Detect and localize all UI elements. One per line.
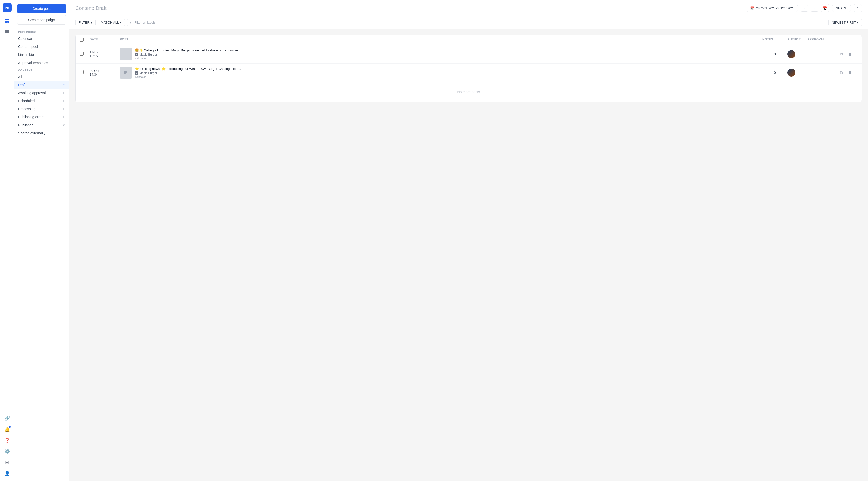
delete-button-2[interactable]: 🗑	[847, 69, 854, 76]
tag-icon: 🏷	[130, 21, 133, 24]
post-date-1: 1 Nov 16:15	[90, 51, 120, 58]
notes-column-header: NOTES	[762, 38, 787, 42]
sidebar-item-shared-externally[interactable]: Shared externally	[14, 129, 69, 137]
match-all-button[interactable]: MATCH ALL ▾	[98, 19, 125, 26]
settings-icon[interactable]: ⚙️	[2, 447, 11, 456]
svg-rect-8	[124, 53, 127, 54]
page-title: Content: Draft	[75, 5, 107, 11]
table-header: DATE POST NOTES AUTHOR APPROVAL	[75, 35, 862, 45]
filter-button[interactable]: FILTER ▾	[75, 19, 96, 26]
row-actions-1: ⧉ 🗑	[838, 51, 858, 58]
svg-rect-10	[124, 55, 126, 56]
svg-rect-14	[124, 73, 126, 74]
sidebar-item-awaiting-approval[interactable]: Awaiting approval 0	[14, 89, 69, 97]
processing-count: 0	[63, 107, 65, 111]
svg-rect-12	[124, 71, 127, 72]
calendar-small-icon: 📅	[750, 6, 754, 10]
create-post-button[interactable]: Create post	[17, 4, 66, 13]
linkedin-icon-1: in	[135, 53, 138, 57]
link-icon[interactable]: 🔗	[2, 414, 11, 423]
no-more-posts: No more posts	[75, 82, 862, 102]
post-thumbnail-1	[120, 48, 132, 60]
notes-count-2: 0	[762, 70, 787, 74]
calendar-view-button[interactable]: 📅	[821, 4, 829, 12]
scheduled-count: 0	[63, 99, 65, 103]
sidebar-item-scheduled[interactable]: Scheduled 0	[14, 97, 69, 105]
prev-period-button[interactable]: ‹	[801, 4, 808, 11]
post-tag-1: 🏷 koalas	[135, 57, 762, 60]
sort-chevron-icon: ▾	[857, 21, 859, 24]
filter-bar: FILTER ▾ MATCH ALL ▾ 🏷 Filter on labels …	[69, 16, 868, 29]
row-1-checkbox[interactable]	[80, 52, 84, 56]
post-thumbnail-2	[120, 67, 132, 78]
sidebar-item-link-in-bio[interactable]: Link in bio	[14, 51, 69, 59]
content-section-label: CONTENT	[14, 67, 69, 73]
notes-count-1: 0	[762, 52, 787, 56]
draft-count: 2	[63, 83, 65, 87]
sidebar-item-all[interactable]: All	[14, 73, 69, 81]
tag-icon-2: 🏷	[135, 75, 137, 78]
published-count: 0	[63, 123, 65, 127]
awaiting-approval-count: 0	[63, 91, 65, 95]
delete-button-1[interactable]: 🗑	[847, 51, 854, 58]
post-info-1: 🍔✨ Calling all foodies! Magic Burger is …	[135, 49, 762, 60]
label-filter-input[interactable]: 🏷 Filter on labels	[127, 19, 826, 26]
tag-icon-1: 🏷	[135, 57, 137, 60]
sidebar-item-content-pool[interactable]: Content pool	[14, 43, 69, 51]
publishing-errors-count: 0	[63, 115, 65, 119]
svg-rect-1	[7, 19, 9, 20]
post-content-2[interactable]: ⭐ Exciting news! ⭐ Introducing our Winte…	[120, 67, 762, 78]
sidebar-item-calendar[interactable]: Calendar	[14, 35, 69, 43]
row-2-checkbox[interactable]	[80, 70, 84, 74]
table-row: 30 Oct 14:34 ⭐	[75, 64, 862, 82]
refresh-button[interactable]: ↻	[854, 4, 862, 12]
profile-icon[interactable]: 👤	[2, 469, 11, 478]
icon-bar: PB 🔗 🔔 ❓ ⚙️ ⊞ 👤	[0, 0, 14, 481]
notification-dot	[8, 426, 10, 428]
post-column-header: POST	[120, 38, 762, 42]
sidebar-item-draft[interactable]: Draft 2	[14, 81, 69, 89]
sidebar-item-layout[interactable]	[2, 27, 11, 36]
app-logo: PB	[2, 3, 11, 12]
post-text-2: ⭐ Exciting news! ⭐ Introducing our Winte…	[135, 67, 260, 70]
sort-button[interactable]: NEWEST FIRST ▾	[828, 19, 862, 26]
post-content-1[interactable]: 🍔✨ Calling all foodies! Magic Burger is …	[120, 48, 762, 60]
post-info-2: ⭐ Exciting news! ⭐ Introducing our Winte…	[135, 67, 762, 78]
row-checkbox-2[interactable]	[80, 70, 90, 75]
duplicate-button-1[interactable]: ⧉	[838, 51, 845, 58]
post-source-1: in Magic Burger	[135, 53, 762, 57]
svg-rect-0	[5, 19, 7, 20]
dashboard-icon[interactable]: ⊞	[2, 458, 11, 467]
author-2	[787, 68, 807, 76]
create-campaign-button[interactable]: Create campaign	[17, 15, 66, 25]
author-1	[787, 50, 807, 58]
author-avatar-1	[787, 50, 796, 58]
share-button[interactable]: SHARE	[832, 4, 851, 12]
duplicate-button-2[interactable]: ⧉	[838, 69, 845, 76]
next-period-button[interactable]: ›	[811, 4, 818, 11]
linkedin-icon-2: in	[135, 71, 138, 75]
content-area: DATE POST NOTES AUTHOR APPROVAL 1 Nov 16…	[69, 29, 868, 481]
filter-chevron-icon: ▾	[91, 21, 92, 24]
author-column-header: AUTHOR	[787, 38, 807, 42]
header-actions: 📅 28 OCT 2024-3 NOV 2024 ‹ › 📅 SHARE ↻	[747, 4, 862, 12]
sidebar-item-published[interactable]: Published 0	[14, 121, 69, 129]
post-date-2: 30 Oct 14:34	[90, 69, 120, 76]
sidebar-item-grid[interactable]	[2, 16, 11, 25]
notification-icon[interactable]: 🔔	[2, 425, 11, 434]
sidebar-item-processing[interactable]: Processing 0	[14, 105, 69, 113]
author-avatar-2	[787, 68, 796, 76]
post-tag-2: 🏷 koalas	[135, 75, 762, 78]
row-actions-2: ⧉ 🗑	[838, 69, 858, 76]
row-checkbox-1[interactable]	[80, 52, 90, 57]
sidebar-item-publishing-errors[interactable]: Publishing errors 0	[14, 113, 69, 121]
help-icon[interactable]: ❓	[2, 436, 11, 445]
sidebar-item-approval-templates[interactable]: Approval templates	[14, 59, 69, 67]
select-all-checkbox[interactable]	[80, 38, 84, 42]
posts-table: DATE POST NOTES AUTHOR APPROVAL 1 Nov 16…	[75, 35, 862, 102]
svg-rect-4	[5, 30, 9, 31]
table-row: 1 Nov 16:15 🍔✨	[75, 45, 862, 64]
post-text-1: 🍔✨ Calling all foodies! Magic Burger is …	[135, 49, 260, 52]
svg-rect-6	[5, 32, 9, 33]
date-range-button[interactable]: 📅 28 OCT 2024-3 NOV 2024	[747, 4, 798, 12]
